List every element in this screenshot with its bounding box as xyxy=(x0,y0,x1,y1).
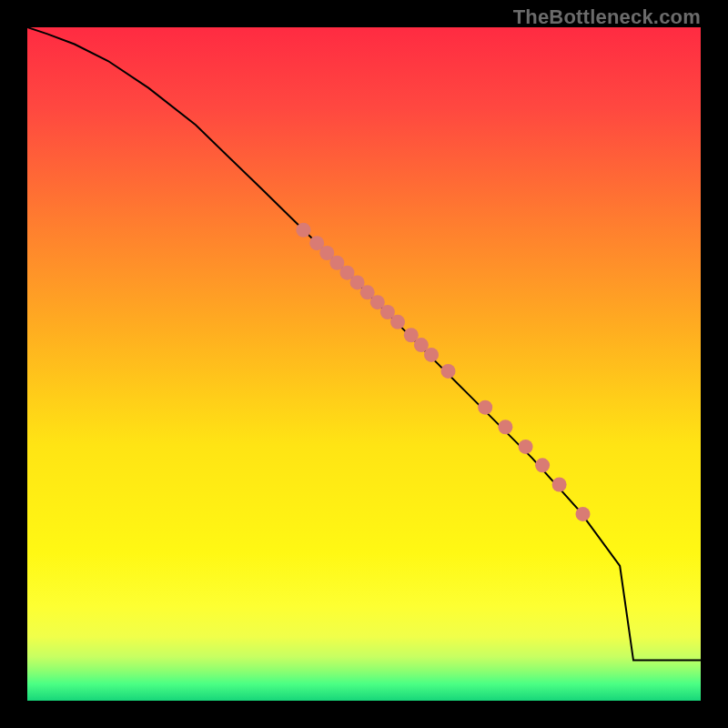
curve-marker xyxy=(441,364,456,379)
curve-marker xyxy=(390,315,405,329)
gradient-plot-svg xyxy=(27,27,701,701)
curve-marker xyxy=(296,223,310,238)
curve-marker xyxy=(576,507,591,521)
chart-stage: TheBottleneck.com xyxy=(0,0,728,728)
curve-marker xyxy=(424,348,439,362)
curve-marker xyxy=(535,458,550,472)
curve-marker xyxy=(478,400,492,415)
gradient-background xyxy=(27,27,701,701)
curve-marker xyxy=(519,440,533,454)
curve-marker xyxy=(498,420,512,434)
watermark-text: TheBottleneck.com xyxy=(513,5,701,29)
curve-marker xyxy=(552,478,567,492)
plot-area xyxy=(27,27,701,701)
